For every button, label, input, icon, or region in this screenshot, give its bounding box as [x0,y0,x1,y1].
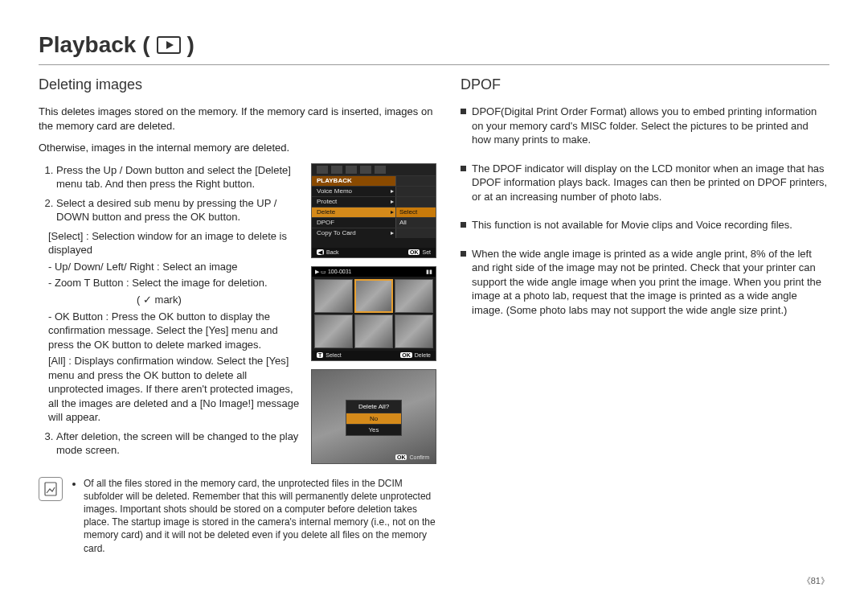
left-heading: Deleting images [39,76,436,93]
page-title: Playback ( ) [39,32,829,58]
left-intro-2: Otherwise, images in the internal memory… [39,141,436,155]
dialog-title: Delete All? [346,401,401,413]
screenshot-dialog: Delete All? No Yes OKConfirm [311,369,436,464]
note-text: Of all the files stored in the memory ca… [84,477,436,555]
step-1: Press the Up / Down button and select th… [56,163,303,191]
dpof-bullet-3: This function is not available for Movie… [461,218,829,232]
menu-row-dpof: DPOFAll [312,217,436,228]
title-rule [39,64,829,65]
right-heading: DPOF [461,76,829,93]
thumb-grid [312,277,436,351]
menu-row-protect: Protect▸ [312,196,436,207]
svg-rect-2 [45,483,56,495]
left-column: Deleting images This deletes images stor… [39,76,436,555]
note-box: Of all the files stored in the memory ca… [39,477,436,555]
dpof-bullet-2: The DPOF indicator will display on the L… [461,162,829,204]
screenshot-menu: PLAYBACK Voice Memo▸ Protect▸ Delete▸Sel… [311,163,436,258]
menu-footer: ◀Back OKSet [312,248,436,257]
thumb-topbar: ▶ ▭ 100-0031 ▮▮ [312,267,436,277]
menu-row-copy: Copy To Card▸ [312,228,436,238]
sub-ok: - OK Button : Press the OK button to dis… [48,310,303,352]
sub-zoom: - Zoom T Button : Select the image for d… [48,276,303,290]
left-intro-1: This deletes images stored on the memory… [39,105,436,133]
thumb-footer: TSelect OKDelete [312,351,436,360]
delete-dialog: Delete All? No Yes [346,400,402,436]
dialog-footer: OKConfirm [395,454,429,460]
right-column: DPOF DPOF(Digital Print Order Format) al… [461,76,829,555]
menu-header: PLAYBACK [312,175,436,186]
menu-tab-bar [312,164,436,175]
page-number: 《81》 [802,575,829,587]
dialog-opt-no: No [346,413,401,424]
dialog-opt-yes: Yes [346,424,401,435]
screenshot-thumbnails: ▶ ▭ 100-0031 ▮▮ TSelect OKDelete [311,266,436,361]
play-icon [157,36,181,54]
sub-all: [All] : Displays confirmation window. Se… [48,354,303,425]
dpof-bullet-4: When the wide angle image is printed as … [461,247,829,318]
step-2: Select a desired sub menu by pressing th… [56,196,303,224]
note-icon [39,477,63,501]
screenshots-column: PLAYBACK Voice Memo▸ Protect▸ Delete▸Sel… [311,163,436,464]
title-text-end: ) [187,32,194,58]
svg-marker-1 [166,41,174,49]
step-3: After deletion, the screen will be chang… [56,429,303,458]
title-text-start: Playback ( [39,32,150,58]
dpof-bullet-1: DPOF(Digital Print Order Format) allows … [461,105,829,147]
menu-row-delete: Delete▸Select [312,207,436,217]
sub-updown: - Up/ Down/ Left/ Right : Select an imag… [48,260,303,274]
sub-mark: ( ✓ mark) [137,293,303,307]
menu-row-voicememo: Voice Memo▸ [312,186,436,196]
sub-select: [Select] : Selection window for an image… [48,229,303,257]
